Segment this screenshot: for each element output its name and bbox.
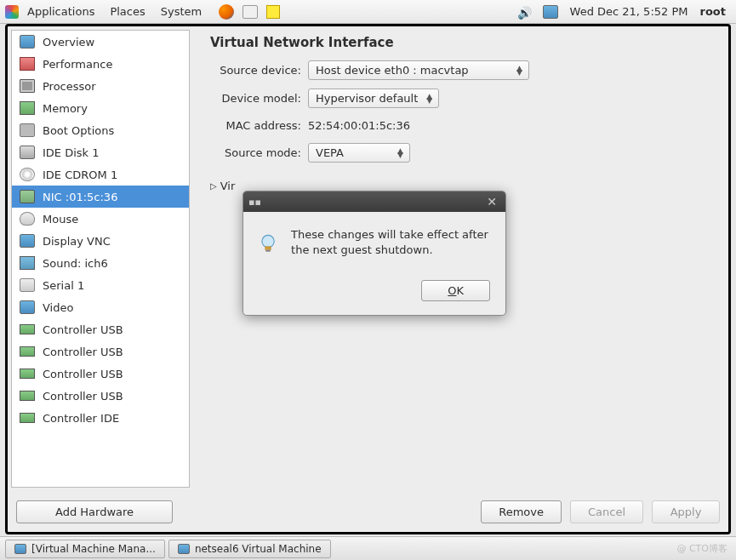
dialog-message: These changes will take effect after the… [291, 227, 490, 257]
dialog-body: These changes will take effect after the… [243, 212, 505, 271]
sidebar-item-label: IDE Disk 1 [43, 146, 100, 159]
mac-label: MAC address: [210, 119, 308, 132]
sidebar-item-display[interactable]: Display VNC [12, 230, 189, 252]
apply-button: Apply [652, 500, 720, 523]
firefox-icon[interactable] [219, 4, 234, 20]
top-panel: Applications Places System 🔊 Wed Dec 21,… [0, 0, 736, 24]
sidebar-item-controller-usb-4[interactable]: Controller USB [12, 385, 189, 407]
sidebar-item-performance[interactable]: Performance [12, 53, 189, 75]
sidebar-item-processor[interactable]: Processor [12, 75, 189, 97]
sidebar-item-label: NIC :01:5c:36 [43, 191, 117, 203]
taskbar-item-vm[interactable]: netseal6 Virtual Machine [168, 540, 331, 558]
volume-icon[interactable]: 🔊 [517, 6, 531, 18]
row-device-model: Device model: Hypervisor default ▲▼ [210, 89, 711, 108]
source-mode-label: Source mode: [210, 146, 308, 159]
sidebar-item-memory[interactable]: Memory [12, 97, 189, 119]
panel-left: Applications Places System [5, 3, 280, 20]
task-label: [Virtual Machine Mana... [31, 543, 156, 555]
window-icon [178, 544, 190, 554]
sidebar-item-ide-cdrom[interactable]: IDE CDROM 1 [12, 163, 189, 186]
window-icon [14, 544, 26, 554]
sidebar-item-controller-usb-1[interactable]: Controller USB [12, 318, 189, 340]
mail-icon[interactable] [242, 5, 258, 19]
sidebar-item-controller-usb-3[interactable]: Controller USB [12, 363, 189, 385]
sidebar-item-controller-ide[interactable]: Controller IDE [12, 407, 189, 429]
sidebar-item-mouse[interactable]: Mouse [12, 208, 189, 230]
sidebar-item-label: Display VNC [43, 235, 111, 248]
sidebar-item-nic[interactable]: NIC :01:5c:36 [12, 186, 189, 208]
system-menu-icon [5, 5, 19, 19]
places-menu[interactable]: Places [103, 3, 151, 20]
sidebar-item-serial[interactable]: Serial 1 [12, 274, 189, 296]
user-menu[interactable]: root [700, 5, 732, 18]
sidebar-item-label: Overview [43, 36, 94, 49]
lightbulb-icon [259, 227, 277, 263]
info-dialog: ▪▪ ✕ These changes will take effect afte… [242, 191, 506, 316]
sidebar-item-label: Mouse [43, 213, 78, 226]
cancel-button: Cancel [570, 500, 643, 523]
clock[interactable]: Wed Dec 21, 5:52 PM [570, 5, 688, 18]
row-source-mode: Source mode: VEPA ▲▼ [210, 143, 711, 163]
source-device-label: Source device: [210, 64, 308, 77]
hardware-sidebar: Overview Performance Processor Memory Bo… [11, 30, 190, 488]
dialog-buttons: OK [243, 271, 505, 315]
sidebar-item-label: Performance [43, 58, 112, 71]
sidebar-item-label: Controller USB [43, 323, 123, 336]
applications-menu[interactable]: Applications [20, 3, 101, 20]
sidebar-item-label: Serial 1 [43, 279, 84, 292]
source-device-combo[interactable]: Host device eth0 : macvtap ▲▼ [308, 60, 529, 80]
ok-button[interactable]: OK [421, 280, 490, 301]
nic-icon [19, 189, 36, 204]
sidebar-item-label: Video [43, 301, 73, 314]
usb-icon [19, 388, 36, 403]
performance-icon [19, 56, 36, 71]
content-title: Virtual Network Interface [210, 35, 711, 50]
dialog-close-button[interactable]: ✕ [483, 195, 500, 209]
sidebar-item-video[interactable]: Video [12, 296, 189, 318]
display-icon [19, 233, 36, 249]
combo-arrows-icon: ▲▼ [426, 94, 431, 103]
sidebar-item-controller-usb-2[interactable]: Controller USB [12, 340, 189, 363]
notes-icon[interactable] [266, 5, 280, 19]
combo-arrows-icon: ▲▼ [516, 66, 522, 75]
sidebar-item-label: Sound: ich6 [43, 257, 108, 270]
sidebar-item-label: Controller USB [43, 346, 123, 358]
system-menu[interactable]: System [154, 3, 208, 20]
sidebar-item-overview[interactable]: Overview [12, 31, 189, 53]
sidebar-item-label: IDE CDROM 1 [43, 169, 117, 181]
sidebar-item-ide-disk[interactable]: IDE Disk 1 [12, 141, 189, 163]
panel-right: 🔊 Wed Dec 21, 5:52 PM root [517, 5, 731, 19]
sound-icon [19, 255, 36, 271]
svg-point-0 [262, 235, 274, 247]
launcher-icons [219, 4, 280, 20]
add-hardware-button[interactable]: Add Hardware [16, 500, 173, 523]
combo-arrows-icon: ▲▼ [397, 149, 402, 157]
usb-icon [19, 344, 36, 359]
dialog-titlebar[interactable]: ▪▪ ✕ [243, 191, 505, 212]
remove-button[interactable]: Remove [481, 500, 562, 523]
usb-icon [19, 366, 36, 381]
device-model-combo[interactable]: Hypervisor default ▲▼ [308, 89, 439, 108]
row-source-device: Source device: Host device eth0 : macvta… [210, 60, 711, 80]
sidebar-item-label: Boot Options [43, 124, 114, 137]
dialog-title-icon: ▪▪ [248, 197, 261, 208]
taskbar: [Virtual Machine Mana... netseal6 Virtua… [0, 536, 736, 560]
svg-rect-1 [265, 250, 271, 252]
ide-icon [19, 410, 36, 426]
task-label: netseal6 Virtual Machine [195, 543, 322, 555]
boot-icon [19, 123, 36, 138]
taskbar-item-vmm[interactable]: [Virtual Machine Mana... [5, 540, 165, 558]
mouse-icon [19, 211, 36, 226]
expander-triangle-icon: ▷ [210, 181, 217, 191]
video-icon [19, 300, 36, 315]
sidebar-item-sound[interactable]: Sound: ich6 [12, 252, 189, 274]
sidebar-item-label: Controller IDE [43, 412, 119, 425]
source-mode-value: VEPA [316, 146, 344, 159]
device-model-label: Device model: [210, 92, 308, 105]
disk-icon [19, 145, 36, 160]
sidebar-item-label: Processor [43, 80, 96, 93]
sidebar-item-label: Memory [43, 102, 88, 115]
source-mode-combo[interactable]: VEPA ▲▼ [308, 143, 410, 163]
network-panel-icon[interactable] [543, 5, 558, 19]
sidebar-item-boot[interactable]: Boot Options [12, 119, 189, 141]
